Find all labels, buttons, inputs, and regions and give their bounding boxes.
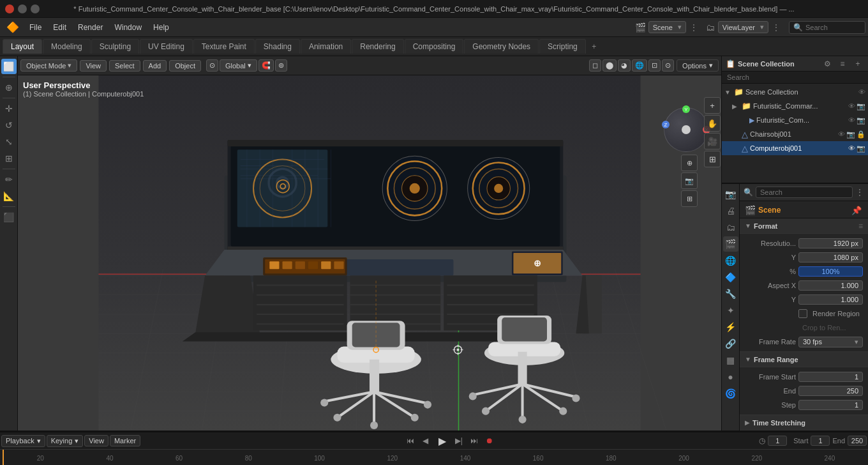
tool-scale[interactable]: ⤡ — [1, 134, 17, 149]
viewlayer-options-icon[interactable]: ⋮ — [770, 21, 782, 34]
snap-toggle[interactable]: 🧲 — [258, 59, 274, 72]
prop-tab-material[interactable]: ● — [723, 369, 738, 385]
viewport-shading-solid[interactable]: ⬤ — [602, 59, 617, 72]
aspect-y-input[interactable]: 1.000 — [798, 294, 863, 305]
tab-texture-paint[interactable]: Texture Paint — [193, 39, 255, 54]
transform-space-btn[interactable]: Global ▾ — [220, 59, 257, 72]
prop-tab-output[interactable]: 🖨 — [723, 203, 738, 218]
tab-rendering[interactable]: Rendering — [352, 39, 403, 54]
viewport-overlays[interactable]: ⊡ — [648, 59, 661, 72]
viewport-shading-material[interactable]: ◕ — [618, 59, 631, 72]
tool-move[interactable]: ✛ — [1, 101, 17, 116]
object-mode-dropdown[interactable]: Object Mode ▾ — [20, 59, 77, 72]
proportional-edit[interactable]: ⊚ — [275, 59, 287, 72]
menu-file[interactable]: File — [24, 21, 47, 34]
playback-menu[interactable]: Playback ▾ — [1, 435, 45, 447]
gizmo-y-axis[interactable]: Y — [682, 105, 690, 113]
scene-options-icon[interactable]: ⋮ — [687, 21, 700, 34]
tab-animation[interactable]: Animation — [301, 39, 351, 54]
prop-tab-data[interactable]: ▦ — [723, 353, 738, 368]
resolution-x-input[interactable]: 1920 px — [798, 238, 863, 248]
tree-item-chairs[interactable]: △ Chairsobj001 👁 📷 🔒 — [722, 127, 868, 141]
tree-item-futuristic2[interactable]: ▶ Futuristic_Com... 👁 📷 — [722, 113, 868, 127]
viewport-options-button[interactable]: Options ▾ — [677, 59, 719, 72]
format-menu-icon[interactable]: ≡ — [858, 222, 863, 231]
tree-restrict-chairs[interactable]: 🔒 — [857, 130, 865, 139]
viewport-gizmos[interactable]: ⊙ — [662, 59, 674, 72]
viewport-3d[interactable]: Object Mode ▾ View Select Add Object ⊙ G… — [18, 56, 721, 431]
pan-button[interactable]: ✋ — [704, 115, 721, 132]
tool-annotate[interactable]: ✏ — [1, 172, 17, 187]
tool-measure[interactable]: 📐 — [1, 188, 17, 204]
record-btn[interactable]: ⏺ — [483, 434, 497, 448]
render-region-checkbox[interactable] — [798, 309, 807, 318]
resolution-pct-input[interactable]: 100% — [798, 266, 863, 277]
format-section-header[interactable]: ▼ Format ≡ — [740, 218, 868, 234]
tree-render-futuristic[interactable]: 📷 — [857, 102, 865, 111]
scene-pin-btn[interactable]: 📌 — [850, 204, 863, 217]
tab-uv-editing[interactable]: UV Editing — [140, 39, 193, 54]
view-menu[interactable]: View — [84, 435, 108, 446]
tree-item-computer[interactable]: △ Computerobj001 👁 📷 — [722, 141, 868, 155]
prop-tab-viewlayer[interactable]: 🗂 — [723, 220, 738, 235]
tree-item-scene-collection[interactable]: ▼ 📁 Scene Collection 👁 — [722, 85, 868, 99]
prop-tab-constraints[interactable]: 🔗 — [723, 336, 738, 351]
zoom-extent-btn[interactable]: ⊕ — [681, 155, 698, 171]
menu-window[interactable]: Window — [109, 21, 147, 34]
start-frame-box[interactable]: 1 — [811, 436, 830, 446]
keying-menu[interactable]: Keying ▾ — [47, 435, 84, 447]
menu-help[interactable]: Help — [148, 21, 174, 34]
viewport-object-menu[interactable]: Object — [169, 60, 201, 72]
tree-item-futuristic[interactable]: ▶ 📁 Futuristic_Commar... 👁 📷 — [722, 99, 868, 113]
menu-render[interactable]: Render — [73, 21, 108, 34]
close-button[interactable] — [5, 4, 14, 13]
camera-button[interactable]: 🎥 — [704, 133, 721, 149]
current-frame-box[interactable]: 1 — [768, 436, 787, 446]
viewport-shading-rendered[interactable]: 🌐 — [632, 59, 647, 72]
prop-search-options[interactable]: ⋮ — [855, 186, 864, 199]
pivot-point-btn[interactable]: ⊙ — [206, 59, 218, 72]
tool-rotate[interactable]: ↺ — [1, 118, 17, 133]
frame-rate-select[interactable]: 30 fps ▾ — [798, 337, 863, 347]
scene-selector[interactable]: Scene ▾ — [648, 21, 686, 33]
zoom-in-button[interactable]: + — [704, 97, 721, 114]
frame-range-header[interactable]: ▼ Frame Range — [740, 352, 868, 367]
tree-visibility-futuristic[interactable]: 👁 — [848, 102, 855, 111]
frame-end-input[interactable]: 250 — [798, 386, 863, 396]
frame-step-input[interactable]: 1 — [798, 400, 863, 410]
blender-menu-icon[interactable]: 🔶 — [3, 19, 23, 35]
tab-compositing[interactable]: Compositing — [405, 39, 464, 54]
tab-scripting[interactable]: Scripting — [539, 39, 586, 54]
prop-tab-render[interactable]: 📷 — [723, 187, 738, 202]
jump-end-btn[interactable]: ⏭ — [467, 434, 481, 448]
tab-sculpting[interactable]: Sculpting — [91, 39, 139, 54]
global-search-container[interactable]: 🔍 — [789, 21, 865, 34]
prop-tab-particles[interactable]: ✦ — [723, 303, 738, 318]
tree-render-chairs[interactable]: 📷 — [846, 130, 855, 139]
prop-tab-physics[interactable]: ⚡ — [723, 319, 738, 335]
tab-layout[interactable]: Layout — [3, 39, 42, 54]
gizmo-sphere[interactable]: X Y Z — [664, 107, 708, 152]
next-frame-btn[interactable]: ▶| — [452, 434, 466, 448]
tool-cursor[interactable]: ⊕ — [1, 80, 17, 95]
maximize-button[interactable] — [31, 4, 40, 13]
viewport-lock-btn[interactable]: ⊞ — [681, 190, 698, 207]
viewlayer-selector[interactable]: ViewLayer ▾ — [718, 21, 768, 33]
tree-visibility-futuristic2[interactable]: 👁 — [848, 116, 855, 125]
prop-tab-scene[interactable]: 🎬 — [723, 236, 738, 252]
resolution-y-input[interactable]: 1080 px — [798, 252, 863, 263]
outliner-filter-btn[interactable]: ⚙ — [821, 57, 834, 70]
outliner-sort-btn[interactable]: ≡ — [836, 57, 849, 70]
global-search-input[interactable] — [805, 24, 857, 31]
outliner-new-btn[interactable]: + — [851, 57, 864, 70]
tree-visibility-computer[interactable]: 👁 — [848, 144, 855, 153]
time-stretching-header[interactable]: ▶ Time Stretching — [740, 415, 868, 431]
grid-button[interactable]: ⊞ — [704, 151, 721, 167]
add-workspace-button[interactable]: + — [587, 39, 602, 54]
tab-geometry-nodes[interactable]: Geometry Nodes — [464, 39, 539, 54]
viewport-add-menu[interactable]: Add — [143, 60, 167, 72]
viewport-view-menu[interactable]: View — [80, 60, 107, 72]
tree-render-futuristic2[interactable]: 📷 — [857, 116, 865, 125]
tree-visibility-scene-collection[interactable]: 👁 — [858, 88, 865, 96]
play-btn[interactable]: ▶ — [434, 432, 451, 449]
